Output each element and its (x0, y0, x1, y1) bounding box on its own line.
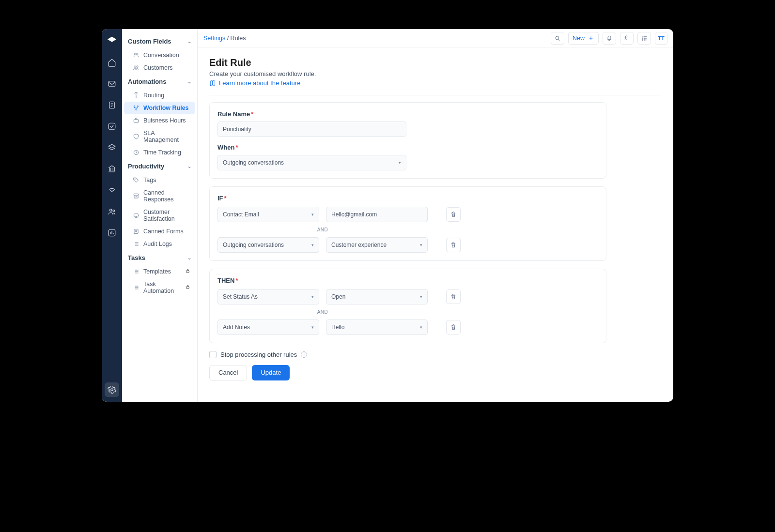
side-group-automations[interactable]: Automations ⌄ (122, 74, 197, 89)
sidebar-item-routing[interactable]: Routing (124, 89, 195, 102)
wifi-icon[interactable] (105, 183, 119, 198)
home-icon[interactable] (105, 55, 119, 70)
sidebar-item-audit-logs[interactable]: Audit Logs (124, 238, 195, 250)
page-title: Edit Rule (209, 57, 662, 68)
bank-icon[interactable] (105, 162, 119, 176)
smile-icon (133, 212, 140, 219)
stop-processing-checkbox[interactable] (209, 351, 217, 358)
svg-point-10 (137, 66, 139, 68)
notifications-button[interactable] (603, 32, 616, 45)
svg-point-24 (644, 36, 645, 37)
check-icon[interactable] (105, 119, 119, 134)
then-value-select[interactable]: Open▾ (326, 289, 428, 304)
svg-point-3 (110, 209, 112, 212)
archive-icon (133, 193, 140, 199)
svg-point-26 (642, 38, 643, 39)
svg-rect-17 (134, 194, 138, 195)
new-button[interactable]: New (568, 32, 599, 45)
delete-row-button[interactable] (446, 289, 461, 304)
search-button[interactable] (551, 32, 564, 45)
sidebar-item-label: Buisness Hours (143, 117, 186, 124)
if-field-select[interactable]: Contact Email▾ (217, 207, 319, 222)
briefcase-icon (133, 117, 140, 124)
sidebar-item-label: Conversation (143, 52, 179, 59)
svg-point-22 (556, 36, 559, 39)
breadcrumb-current: Rules (231, 35, 246, 42)
chevron-down-icon: ▾ (399, 160, 401, 165)
svg-rect-19 (134, 229, 138, 233)
sidebar-item-canned-forms[interactable]: Canned Forms (124, 225, 195, 238)
svg-point-12 (137, 106, 138, 106)
side-group-custom-fields[interactable]: Custom Fields ⌄ (122, 34, 197, 49)
team-icon[interactable] (105, 204, 119, 219)
sidebar-item-templates[interactable]: Templates (124, 265, 195, 278)
then-action-select[interactable]: Add Notes▾ (217, 319, 319, 335)
if-field-select[interactable]: Outgoing conversations▾ (217, 237, 319, 253)
if-row-0: Contact Email▾ Hello@gmail.com (217, 207, 598, 222)
breadcrumb-parent[interactable]: Settings (203, 35, 225, 42)
sidebar-item-sla[interactable]: SLA Management (124, 127, 195, 146)
delete-row-button[interactable] (446, 320, 461, 334)
learn-more-text: Learn more about the feature (219, 79, 300, 87)
svg-rect-21 (186, 287, 189, 289)
user-avatar[interactable]: TT (655, 32, 667, 45)
sidebar-item-conversation[interactable]: Conversation (124, 49, 195, 61)
nav-rail (102, 29, 122, 402)
sidebar-item-label: Customers (143, 64, 172, 71)
sidebar-item-tags[interactable]: Tags (124, 174, 195, 186)
svg-point-11 (134, 106, 135, 106)
page-subtitle: Create your customised workflow rule. (209, 70, 662, 77)
sidebar-item-label: Templates (143, 268, 171, 275)
info-icon[interactable]: i (301, 351, 307, 358)
sidebar-item-label: Tags (143, 177, 156, 183)
broadcast-button[interactable] (620, 32, 634, 45)
svg-point-4 (113, 210, 115, 212)
side-group-tasks[interactable]: Tasks ⌄ (122, 250, 197, 265)
then-value-select[interactable]: Hello▾ (326, 319, 428, 335)
new-button-label: New (573, 35, 585, 42)
if-label: IF* (217, 195, 598, 202)
then-row-1: Add Notes▾ Hello▾ (217, 319, 598, 335)
apps-button[interactable] (637, 32, 651, 45)
chart-icon[interactable] (105, 226, 119, 240)
if-value-select[interactable]: Customer experience▾ (326, 237, 428, 253)
delete-row-button[interactable] (446, 207, 461, 222)
sidebar-item-label: Task Automation (143, 281, 181, 294)
sidebar-item-task-automation[interactable]: Task Automation (124, 278, 195, 297)
layers-icon[interactable] (105, 140, 119, 155)
svg-point-18 (134, 213, 138, 217)
svg-rect-14 (134, 120, 138, 122)
sidebar-item-workflow-rules[interactable]: Workflow Rules (124, 102, 195, 114)
then-row-0: Set Status As▾ Open▾ (217, 289, 598, 304)
rule-name-input[interactable]: Punctuality (217, 122, 406, 137)
sidebar-item-customers[interactable]: Customers (124, 61, 195, 74)
mail-icon[interactable] (105, 76, 119, 91)
when-select[interactable]: Outgoing conversations ▾ (217, 155, 406, 170)
svg-point-29 (642, 39, 643, 40)
divider (209, 95, 662, 95)
if-value-input[interactable]: Hello@gmail.com (326, 207, 428, 222)
sidebar-item-business-hours[interactable]: Buisness Hours (124, 114, 195, 127)
update-button[interactable]: Update (252, 365, 290, 380)
then-action-select[interactable]: Set Status As▾ (217, 289, 319, 304)
svg-point-30 (644, 39, 645, 40)
sidebar-item-canned-responses[interactable]: Canned Responses (124, 186, 195, 206)
svg-point-8 (137, 53, 139, 55)
delete-row-button[interactable] (446, 238, 461, 252)
svg-rect-0 (108, 81, 115, 87)
plus-icon (588, 35, 594, 42)
book-icon (209, 80, 216, 87)
tag-icon (133, 177, 140, 183)
logo-icon[interactable] (105, 34, 119, 48)
avatar-initials: TT (658, 35, 664, 41)
cancel-button[interactable]: Cancel (209, 365, 247, 380)
sidebar-item-time-tracking[interactable]: Time Tracking (124, 146, 195, 159)
doc-icon[interactable] (105, 98, 119, 112)
settings-icon[interactable] (105, 382, 119, 397)
list-icon (133, 241, 140, 247)
learn-more-link[interactable]: Learn more about the feature (209, 79, 300, 87)
side-group-productivity[interactable]: Productivity ⌄ (122, 159, 197, 174)
and-label: AND (217, 304, 428, 319)
svg-point-7 (135, 53, 137, 55)
sidebar-item-csat[interactable]: Customer Satisfaction (124, 206, 195, 225)
